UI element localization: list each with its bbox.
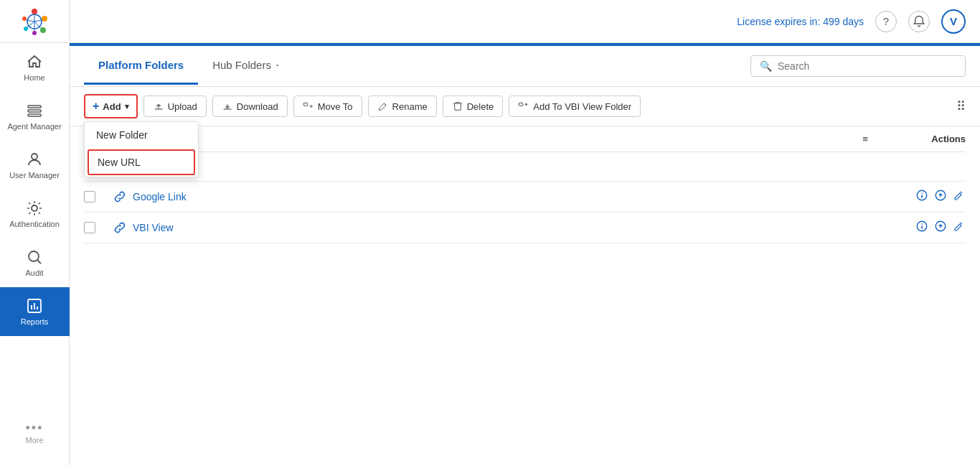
add-dropdown: New Folder New URL [84, 121, 199, 177]
info-action-google[interactable] [915, 189, 928, 205]
topbar: License expires in: 499 days ? V [70, 0, 980, 43]
svg-point-16 [32, 154, 37, 159]
header-menu-icon: ≡ [862, 134, 868, 144]
sidebar-item-user-label: User Manager [9, 171, 60, 180]
header-menu-col[interactable]: ≡ [851, 134, 880, 144]
add-to-vbi-button[interactable]: Add To VBI View Folder [509, 95, 641, 117]
info-icon [915, 189, 928, 202]
delete-icon [452, 101, 463, 112]
sidebar-more[interactable]: ••• More [0, 414, 70, 452]
sidebar-item-authentication[interactable]: Authentication [0, 190, 70, 238]
download-label: Download [237, 101, 278, 112]
move-to-button[interactable]: Move To [293, 95, 362, 117]
sidebar-item-audit[interactable]: Audit [0, 238, 70, 287]
agent-manager-icon [26, 102, 43, 119]
row-checkbox-google[interactable] [84, 191, 95, 202]
table-header: ≡ Actions [84, 126, 966, 152]
svg-rect-14 [28, 110, 41, 112]
sidebar-item-auth-label: Authentication [9, 220, 60, 228]
rename-button[interactable]: Rename [368, 95, 437, 117]
svg-point-4 [32, 31, 37, 35]
svg-rect-15 [28, 114, 41, 116]
upload-button[interactable]: Upload [143, 95, 207, 117]
dropdown-new-folder[interactable]: New Folder [85, 122, 198, 148]
sidebar-item-home[interactable]: Home [0, 43, 70, 92]
row-name-vbi[interactable]: VBI View [133, 222, 174, 233]
upload-action-icon [934, 189, 947, 202]
sidebar-item-reports[interactable]: Reports [0, 287, 70, 336]
svg-line-25 [384, 103, 386, 106]
download-button[interactable]: Download [212, 95, 288, 117]
tab-platform-folders[interactable]: Platform Folders [84, 47, 198, 85]
help-icon: ? [883, 15, 889, 27]
upload-action-icon-vbi [934, 220, 947, 233]
tabs-container: Platform Folders Hub Folders · [84, 46, 293, 86]
svg-rect-13 [28, 106, 41, 108]
plus-icon: + [93, 100, 99, 113]
sidebar-item-reports-label: Reports [21, 317, 49, 326]
sidebar-item-agent-label: Agent Manager [7, 122, 61, 131]
svg-point-18 [29, 251, 39, 261]
svg-point-29 [921, 192, 923, 194]
svg-point-6 [22, 17, 27, 21]
grid-view-icon[interactable]: ⠿ [956, 98, 966, 114]
svg-line-9 [34, 22, 41, 28]
edit-action-vbi[interactable] [953, 220, 966, 236]
edit-icon-vbi [953, 220, 966, 233]
user-manager-icon [26, 151, 43, 168]
search-input[interactable] [778, 60, 956, 72]
sidebar: Home Agent Manager User Manager Authenti… [0, 0, 70, 466]
sidebar-item-audit-label: Audit [25, 269, 43, 277]
svg-line-8 [34, 20, 42, 22]
add-to-vbi-label: Add To VBI View Folder [533, 101, 631, 112]
table-row: VBI View [84, 213, 966, 243]
download-icon [222, 101, 233, 112]
avatar-label: V [950, 15, 957, 27]
add-chevron-icon: ▾ [125, 102, 129, 111]
rename-icon [377, 101, 389, 112]
dropdown-new-url[interactable]: New URL [88, 149, 195, 175]
svg-point-17 [32, 205, 37, 211]
svg-rect-26 [519, 103, 523, 106]
info-icon-vbi [915, 220, 928, 233]
svg-point-1 [32, 9, 37, 14]
license-text: License expires in: 499 days [737, 16, 864, 27]
sidebar-item-home-label: Home [24, 73, 44, 82]
header-actions-col: Actions [880, 134, 966, 144]
info-action-vbi[interactable] [915, 220, 928, 236]
sidebar-item-agent-manager[interactable]: Agent Manager [0, 92, 70, 141]
tab-hub-folders[interactable]: Hub Folders · [198, 46, 293, 86]
tab-dot: · [274, 57, 279, 72]
upload-action-google[interactable] [934, 189, 947, 205]
notification-button[interactable] [908, 11, 930, 32]
bell-icon [913, 15, 925, 28]
search-box[interactable]: 🔍 [750, 55, 966, 77]
upload-label: Upload [168, 101, 197, 112]
add-button[interactable]: + Add ▾ [84, 94, 138, 118]
search-icon: 🔍 [760, 60, 772, 72]
reports-icon [26, 297, 43, 314]
link-icon-vbi [113, 220, 127, 235]
user-avatar[interactable]: V [941, 9, 966, 34]
table-row: sales (3) [84, 152, 966, 182]
app-logo-icon [17, 4, 52, 39]
sidebar-item-user-manager[interactable]: User Manager [0, 141, 70, 190]
row-name-google[interactable]: Google Link [133, 191, 187, 202]
upload-action-vbi[interactable] [934, 220, 947, 236]
delete-button[interactable]: Delete [443, 95, 504, 117]
authentication-icon [26, 200, 43, 217]
table-row: Google Link [84, 182, 966, 213]
row-checkbox-vbi[interactable] [84, 222, 95, 233]
help-button[interactable]: ? [875, 11, 897, 32]
edit-action-google[interactable] [953, 189, 966, 205]
move-to-icon [303, 101, 314, 112]
upload-icon [153, 101, 164, 112]
home-icon [26, 53, 43, 70]
main-content: License expires in: 499 days ? V Platfor… [70, 0, 980, 466]
svg-line-19 [37, 260, 41, 264]
rename-label: Rename [392, 101, 428, 112]
svg-point-3 [40, 27, 46, 33]
tabs-row: Platform Folders Hub Folders · 🔍 [70, 46, 980, 87]
file-table: ≡ Actions sales (3) [70, 126, 980, 243]
move-to-label: Move To [318, 101, 353, 112]
